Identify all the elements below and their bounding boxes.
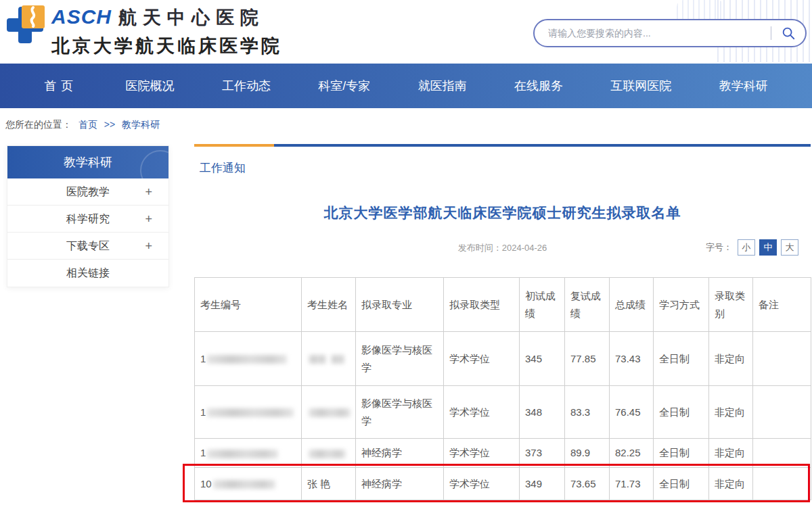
cell-admission-type: 学术学位 bbox=[444, 468, 520, 500]
sidebar-item-label: 科学研究 bbox=[66, 213, 110, 224]
sidebar-item-label: 相关链接 bbox=[66, 267, 110, 279]
content-top-line bbox=[194, 144, 811, 147]
redacted-blur bbox=[309, 450, 346, 458]
main-nav: 首页 医院概况 工作动态 科室/专家 就医指南 在线服务 互联网医院 教学科研 bbox=[0, 64, 812, 108]
logo-text: ASCH 航天中心医院 北京大学航天临床医学院 bbox=[51, 5, 282, 58]
sidebar-item-label: 医院教学 bbox=[66, 186, 110, 197]
col-header-remark: 备注 bbox=[753, 278, 811, 332]
cell-initial-score: 348 bbox=[520, 386, 565, 439]
font-size-large-button[interactable]: 大 bbox=[781, 239, 798, 256]
cell-retest-score: 77.85 bbox=[565, 332, 610, 386]
cell-initial-score: 345 bbox=[520, 332, 565, 386]
sidebar-item-related-links[interactable]: 相关链接 bbox=[7, 260, 168, 287]
col-header-candidate-name: 考生姓名 bbox=[302, 278, 356, 332]
nav-item-teaching-research[interactable]: 教学科研 bbox=[719, 78, 768, 94]
table-row: 1 影像医学与核医学 学术学位 348 83.3 76.45 全日制 非定向 bbox=[195, 386, 811, 439]
cell-study-mode: 全日制 bbox=[654, 332, 709, 386]
article-title: 北京大学医学部航天临床医学院硕士研究生拟录取名单 bbox=[194, 203, 811, 222]
search-box[interactable] bbox=[533, 19, 807, 47]
font-size-label: 字号： bbox=[706, 241, 732, 254]
cell-initial-score: 349 bbox=[520, 468, 565, 500]
redacted-blur bbox=[309, 355, 326, 364]
cell-study-mode: 全日制 bbox=[654, 439, 709, 468]
breadcrumb-separator: >> bbox=[104, 119, 115, 130]
nav-item-hospital-overview[interactable]: 医院概况 bbox=[126, 78, 175, 94]
cell-candidate-name: 张 艳 bbox=[302, 468, 356, 500]
sidebar-item-label: 下载专区 bbox=[66, 240, 110, 251]
sidebar-item-hospital-teaching[interactable]: 医院教学 + bbox=[7, 178, 168, 206]
plus-icon[interactable]: + bbox=[145, 206, 152, 233]
cell-major: 神经病学 bbox=[356, 439, 444, 468]
cell-admission-type: 学术学位 bbox=[444, 332, 520, 386]
table-header-row: 考生编号 考生姓名 拟录取专业 拟录取类型 初试成绩 复试成绩 总成绩 学习方式… bbox=[195, 278, 811, 332]
cell-major: 影像医学与核医学 bbox=[356, 332, 444, 386]
col-header-study-mode: 学习方式 bbox=[654, 278, 709, 332]
cell-total-score: 76.45 bbox=[610, 386, 654, 439]
cell-study-mode: 全日制 bbox=[654, 468, 709, 500]
font-size-medium-button[interactable]: 中 bbox=[759, 239, 777, 256]
admission-list-table: 考生编号 考生姓名 拟录取专业 拟录取类型 初试成绩 复试成绩 总成绩 学习方式… bbox=[194, 277, 811, 500]
font-size-control: 字号： 小 中 大 bbox=[706, 239, 798, 256]
breadcrumb-home-link[interactable]: 首页 bbox=[78, 119, 97, 130]
nav-item-home[interactable]: 首页 bbox=[44, 78, 78, 94]
cell-admission-category: 非定向 bbox=[709, 332, 753, 386]
nav-item-departments-experts[interactable]: 科室/专家 bbox=[318, 78, 370, 94]
redacted-blur bbox=[207, 408, 294, 417]
cell-retest-score: 89.9 bbox=[565, 439, 610, 468]
redacted-blur bbox=[213, 480, 275, 489]
cell-study-mode: 全日制 bbox=[654, 386, 709, 439]
nav-item-online-services[interactable]: 在线服务 bbox=[514, 78, 563, 94]
hospital-logo[interactable]: ASCH 航天中心医院 北京大学航天临床医学院 bbox=[5, 5, 282, 58]
cross-flame-logo-icon bbox=[5, 5, 45, 45]
cell-candidate-name bbox=[302, 439, 356, 468]
cell-major: 影像医学与核医学 bbox=[356, 386, 444, 439]
table-row: 1 神经病学 学术学位 373 89.9 82.25 全日制 非定向 bbox=[195, 439, 811, 468]
cell-remark bbox=[753, 332, 811, 386]
cell-retest-score: 73.65 bbox=[565, 468, 610, 500]
cell-candidate-number: 1 bbox=[195, 332, 302, 386]
cell-total-score: 82.25 bbox=[610, 439, 654, 468]
cell-initial-score: 373 bbox=[520, 439, 565, 468]
redacted-blur bbox=[207, 355, 287, 364]
nav-item-work-news[interactable]: 工作动态 bbox=[222, 78, 271, 94]
site-header: ASCH 航天中心医院 北京大学航天临床医学院 bbox=[0, 0, 812, 64]
section-tab-work-notice[interactable]: 工作通知 bbox=[200, 160, 246, 176]
cell-candidate-number: 10 bbox=[195, 468, 302, 500]
cell-major: 神经病学 bbox=[356, 468, 444, 500]
cell-admission-category: 非定向 bbox=[709, 468, 753, 500]
cell-admission-type: 学术学位 bbox=[444, 386, 520, 439]
col-header-initial-score: 初试成绩 bbox=[520, 278, 565, 332]
article-content: 工作通知 北京大学医学部航天临床医学院硕士研究生拟录取名单 发布时间：2024-… bbox=[194, 144, 811, 505]
sidebar-item-scientific-research[interactable]: 科学研究 + bbox=[7, 206, 168, 233]
redacted-blur bbox=[207, 450, 278, 458]
sidebar: 教学科研 医院教学 + 科学研究 + 下载专区 + 相关链接 bbox=[7, 145, 169, 287]
plus-icon[interactable]: + bbox=[145, 178, 152, 206]
article-meta-row: 发布时间：2024-04-26 字号： 小 中 大 bbox=[194, 239, 811, 258]
redacted-blur bbox=[309, 408, 351, 417]
redacted-blur bbox=[331, 355, 344, 364]
cell-total-score: 73.43 bbox=[610, 332, 654, 386]
col-header-major: 拟录取专业 bbox=[356, 278, 444, 332]
page: ASCH 航天中心医院 北京大学航天临床医学院 首页 医院概况 工作动态 科室/… bbox=[0, 0, 812, 505]
cell-candidate-name bbox=[302, 332, 356, 386]
sidebar-item-download-zone[interactable]: 下载专区 + bbox=[7, 233, 168, 260]
cell-candidate-number: 1 bbox=[195, 439, 302, 468]
active-tab-indicator bbox=[194, 144, 274, 147]
cell-admission-category: 非定向 bbox=[709, 439, 753, 468]
breadcrumb-prefix: 您所在的位置： bbox=[5, 119, 72, 130]
cell-total-score: 71.73 bbox=[610, 468, 654, 500]
sidebar-title: 教学科研 bbox=[7, 146, 168, 178]
cell-remark bbox=[753, 468, 811, 500]
nav-item-internet-hospital[interactable]: 互联网医院 bbox=[610, 78, 671, 94]
nav-item-visit-guide[interactable]: 就医指南 bbox=[418, 78, 467, 94]
cell-remark bbox=[753, 439, 811, 468]
col-header-admission-category: 录取类别 bbox=[709, 278, 753, 332]
breadcrumb-current-link[interactable]: 教学科研 bbox=[122, 119, 160, 130]
font-size-small-button[interactable]: 小 bbox=[738, 239, 755, 256]
cell-remark bbox=[753, 386, 811, 439]
breadcrumb: 您所在的位置： 首页 >> 教学科研 bbox=[5, 119, 164, 131]
cell-candidate-name bbox=[302, 386, 356, 439]
search-icon[interactable] bbox=[781, 26, 796, 41]
search-input[interactable] bbox=[548, 28, 767, 39]
plus-icon[interactable]: + bbox=[145, 233, 152, 260]
